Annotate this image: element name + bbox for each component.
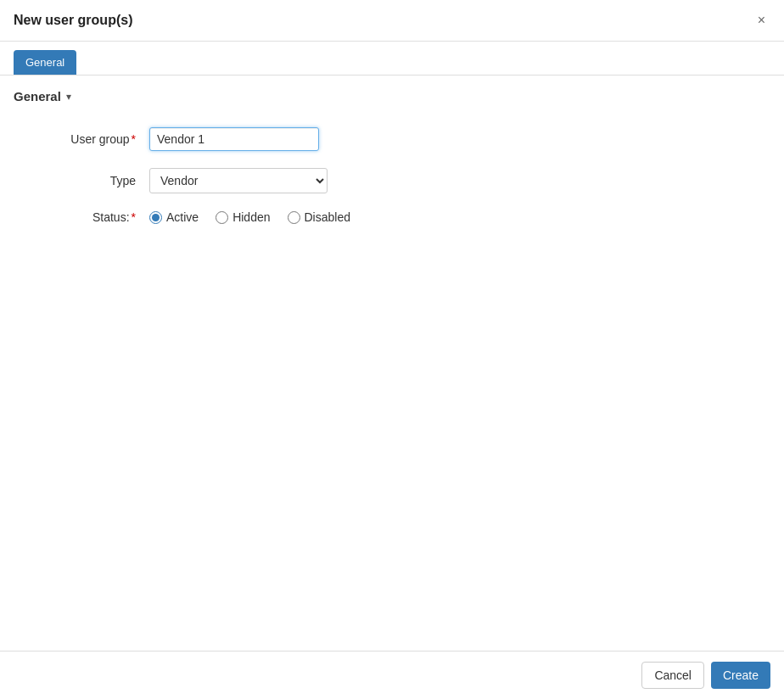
status-label: Status:* [14, 210, 149, 224]
modal-overlay: New user group(s) × General General ▾ Us… [0, 0, 784, 699]
section-header: General ▾ [14, 89, 770, 110]
chevron-down-icon: ▾ [66, 91, 71, 103]
user-group-label: User group* [14, 132, 149, 146]
status-hidden-radio[interactable] [216, 211, 228, 224]
tab-bar: General [0, 42, 784, 75]
status-hidden-text: Hidden [232, 210, 270, 224]
status-hidden-label[interactable]: Hidden [216, 210, 270, 224]
status-active-radio[interactable] [149, 211, 162, 224]
tab-general[interactable]: General [14, 50, 76, 75]
type-row: Type Vendor Customer Admin [14, 168, 770, 193]
modal-body: General ▾ User group* Type Vendor Custom… [0, 75, 784, 651]
user-group-row: User group* [14, 127, 770, 151]
section-title: General [14, 89, 61, 103]
status-disabled-label[interactable]: Disabled [288, 210, 350, 224]
status-disabled-text: Disabled [305, 210, 350, 224]
status-radio-group: Active Hidden Disabled [149, 210, 350, 224]
type-select[interactable]: Vendor Customer Admin [149, 168, 328, 193]
status-required-star: * [132, 210, 136, 224]
user-group-input[interactable] [149, 127, 319, 151]
status-row: Status:* Active Hidden Disabled [14, 210, 770, 224]
modal-header: New user group(s) × [0, 0, 784, 42]
modal-title: New user group(s) [14, 13, 132, 28]
modal-dialog: New user group(s) × General General ▾ Us… [0, 0, 784, 699]
create-button[interactable]: Create [711, 662, 770, 689]
required-star: * [132, 132, 136, 146]
cancel-button[interactable]: Cancel [641, 662, 704, 689]
status-active-label[interactable]: Active [149, 210, 199, 224]
status-disabled-radio[interactable] [288, 211, 300, 224]
type-label: Type [14, 174, 149, 187]
close-button[interactable]: × [753, 12, 770, 29]
status-active-text: Active [166, 210, 199, 224]
modal-footer: Cancel Create [0, 651, 784, 699]
